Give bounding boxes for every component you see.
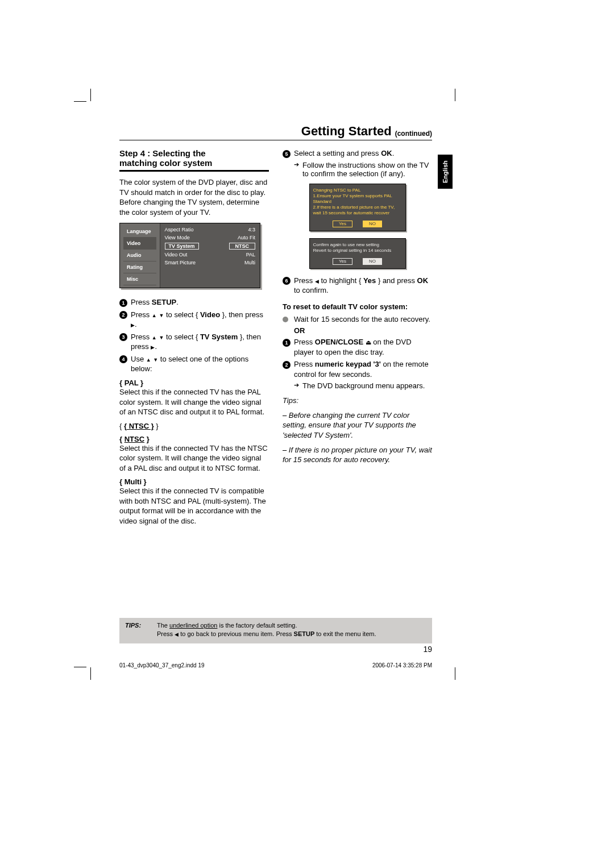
osd-row: View ModeAuto Fit — [164, 234, 257, 242]
step-number-icon: 5 — [283, 150, 291, 158]
osd-tab: Misc — [123, 273, 156, 285]
text: is the factory default setting. — [217, 622, 297, 629]
confirm-line: Confirm again to use new setting — [313, 242, 402, 248]
option-ntsc-label: { NTSC } — [124, 422, 154, 430]
osd-row: Aspect Ratio4:3 — [164, 226, 257, 234]
list-item: 5Select a setting and press OK. — [283, 148, 432, 159]
text: to select { — [164, 333, 200, 341]
text-bold: OPEN/CLOSE — [315, 338, 363, 346]
step-number-icon: 2 — [119, 311, 127, 319]
page-title-row: Getting Started (continued) — [119, 124, 432, 140]
option-heading-ntsc: { { NTSC } } — [119, 422, 269, 430]
text: . — [392, 149, 395, 157]
osd-val: NTSC — [229, 243, 256, 250]
up-arrow-icon — [152, 333, 157, 341]
step-number-icon: 4 — [119, 355, 127, 363]
text: The — [157, 622, 169, 629]
text: } and press — [376, 276, 417, 285]
text: Press — [294, 338, 315, 346]
no-button: NO — [363, 258, 382, 265]
list-item: 4Use to select one of the options below: — [119, 354, 269, 374]
text: Press — [131, 298, 152, 306]
bullet-icon — [283, 317, 288, 322]
text-bold: OK — [381, 149, 392, 157]
tips-footer-bar: TIPS: The underlined option is the facto… — [119, 618, 432, 643]
crop-mark — [455, 667, 455, 680]
page-title: Getting Started — [301, 124, 392, 139]
osd-key: Aspect Ratio — [165, 227, 194, 232]
option-text: Select this if the connected TV has the … — [119, 387, 269, 417]
tips-label: TIPS: — [125, 621, 157, 639]
text: }, then press — [220, 310, 263, 319]
page-number: 19 — [119, 645, 432, 654]
option-text: Select this if the connected TV has the … — [119, 443, 269, 474]
left-arrow-icon — [315, 276, 319, 285]
list-item: 3Press to select { TV System }, then pre… — [119, 332, 269, 352]
crop-mark — [90, 667, 91, 680]
down-arrow-icon — [153, 355, 158, 363]
no-button: NO — [363, 221, 382, 227]
text-bold: Yes — [363, 276, 376, 285]
text: to exit the menu item. — [314, 630, 376, 637]
yes-button: Yes — [333, 221, 352, 227]
right-arrow-icon — [131, 320, 135, 329]
osd-key: Smart Picture — [165, 260, 196, 265]
text-bold: TV System — [200, 333, 238, 341]
step-number-icon: 1 — [283, 339, 291, 347]
option-heading-multi: { Multi } — [119, 477, 269, 486]
tips-body: The underlined option is the factory def… — [157, 621, 426, 639]
yes-button: Yes — [333, 258, 352, 265]
tips-text: – If there is no proper picture on your … — [283, 445, 432, 465]
down-arrow-icon — [159, 310, 164, 319]
language-tab: English — [438, 155, 453, 189]
text: Select a setting and press — [294, 149, 381, 157]
right-column: 5Select a setting and press OK. Follow t… — [283, 148, 432, 530]
osd-tabs: Language Video Audio Rating Misc — [120, 223, 160, 288]
list-item: 1Press OPEN/CLOSE on the DVD player to o… — [283, 337, 432, 357]
step-heading-line: matching color system — [119, 158, 212, 168]
confirm-line: 2.If there is a distorted picture on the… — [313, 205, 402, 216]
up-arrow-icon — [146, 355, 151, 363]
osd-val: 4:3 — [248, 227, 255, 232]
list-item: 2Press to select { Video }, then press . — [119, 310, 269, 330]
down-arrow-icon — [159, 333, 164, 341]
crop-mark — [455, 89, 455, 101]
footer-file: 01-43_dvp3040_37_eng2.indd 19 — [119, 662, 205, 668]
text-bold: Video — [200, 310, 220, 319]
text-bold: SETUP — [294, 630, 315, 637]
osd-key: TV System — [165, 243, 199, 250]
osd-tab: Audio — [123, 250, 156, 261]
reset-heading: To reset to default TV color system: — [283, 302, 432, 311]
osd-row: Smart PictureMulti — [164, 259, 257, 267]
text: . — [155, 342, 157, 351]
list-item: 6Press to highlight { Yes } and press OK… — [283, 276, 432, 296]
text-bold: OK — [417, 276, 429, 285]
text: Press — [131, 310, 152, 319]
text-bold: SETUP — [152, 298, 176, 306]
sub-instruction: The DVD background menu appears. — [283, 381, 432, 390]
list-item: 2Press numeric keypad '3' on the remote … — [283, 359, 432, 379]
osd-tab-selected: Video — [123, 238, 156, 250]
tips-text: – Before changing the current TV color s… — [283, 410, 432, 441]
text: to select { — [164, 310, 200, 319]
step-number-icon: 3 — [119, 333, 127, 341]
option-text: Select this if the connected TV is compa… — [119, 486, 269, 526]
osd-row-highlighted: TV SystemNTSC — [164, 242, 257, 251]
page-content: Getting Started (continued) English Step… — [119, 124, 432, 530]
text: Follow the instructions show on the TV t… — [302, 161, 432, 178]
eject-icon — [366, 338, 371, 346]
step-number-icon: 6 — [283, 277, 291, 285]
confirm-line: 1.Ensure your TV system supports PAL Sta… — [313, 193, 402, 205]
confirm-buttons: Yes NO — [313, 221, 402, 227]
page-title-continued: (continued) — [395, 130, 432, 138]
osd-val: PAL — [246, 252, 255, 258]
text: . — [135, 320, 137, 329]
text-bold: numeric keypad '3' — [315, 360, 381, 368]
crop-mark — [74, 667, 86, 667]
text: to highlight { — [319, 276, 363, 285]
text: The DVD background menu appears. — [302, 381, 425, 390]
osd-confirm-box: Confirm again to use new setting Revert … — [309, 238, 406, 269]
osd-confirm-box: Changing NTSC to PAL 1.Ensure your TV sy… — [309, 184, 406, 231]
step-heading: Step 4 : Selecting the matching color sy… — [119, 148, 269, 172]
text: Press — [294, 276, 315, 285]
